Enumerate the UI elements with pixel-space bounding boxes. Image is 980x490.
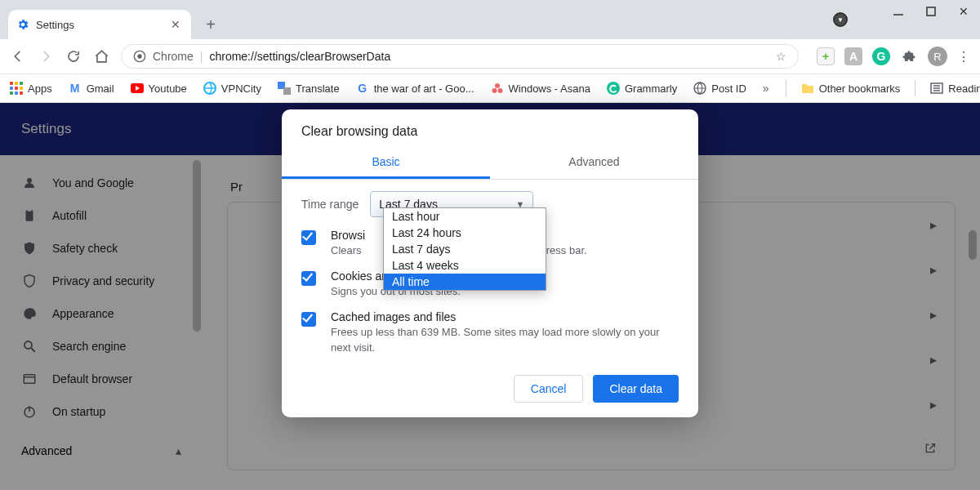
bookmark-item[interactable]: G the war of art - Goo...: [356, 82, 474, 95]
nav-back-icon[interactable]: [10, 48, 26, 65]
bookmark-label: Gmail: [87, 82, 114, 95]
check-row-cache: Cached images and files Frees up less th…: [282, 299, 698, 354]
tab-advanced[interactable]: Advanced: [490, 147, 698, 179]
bookmark-label: Reading list: [948, 82, 980, 95]
bookmark-label: Other bookmarks: [819, 82, 901, 95]
cancel-button[interactable]: Cancel: [514, 375, 584, 403]
url-origin-label: Chrome: [153, 50, 194, 63]
time-range-option[interactable]: Last hour: [384, 208, 546, 225]
bookmark-item[interactable]: VPNCity: [203, 82, 261, 95]
bookmarks-overflow-icon[interactable]: »: [763, 82, 769, 95]
address-bar[interactable]: Chrome | chrome://settings/clearBrowserD…: [121, 44, 799, 69]
checkbox-browsing-history[interactable]: [301, 230, 316, 245]
tab-title: Settings: [36, 19, 74, 31]
dialog-title: Clear browsing data: [282, 109, 698, 147]
new-tab-button[interactable]: +: [199, 13, 222, 36]
google-g-icon: G: [356, 82, 369, 95]
check-title: Cached images and files: [331, 310, 679, 323]
bookmark-label: Grammarly: [625, 82, 677, 95]
time-range-option[interactable]: Last 24 hours: [384, 225, 546, 241]
grammarly-icon: [607, 82, 620, 95]
gmail-icon: M: [69, 82, 82, 95]
reading-list-button[interactable]: Reading list: [930, 82, 980, 95]
asana-icon: [491, 82, 504, 95]
translate-icon: [278, 82, 291, 95]
time-range-option[interactable]: Last 4 weeks: [384, 257, 546, 274]
extensions-menu-icon[interactable]: [900, 47, 918, 65]
youtube-icon: [131, 82, 144, 95]
svg-point-10: [492, 88, 497, 93]
window-close-icon[interactable]: ✕: [957, 5, 970, 18]
bookmark-separator: [786, 80, 786, 96]
checkbox-cookies[interactable]: [301, 271, 316, 286]
browser-tab-active[interactable]: Settings ✕: [8, 10, 191, 39]
window-maximize-icon[interactable]: [924, 5, 938, 18]
window-titlebar: Settings ✕ + ✕: [0, 0, 980, 39]
extensions-group: + A G R ⋮: [817, 47, 970, 66]
home-icon[interactable]: [93, 48, 109, 65]
svg-rect-1: [927, 7, 935, 16]
time-range-option-highlighted[interactable]: All time: [384, 274, 546, 290]
nav-forward-icon[interactable]: [38, 48, 54, 65]
gear-icon: [16, 18, 29, 31]
bookmark-item[interactable]: Post ID: [693, 82, 746, 95]
url-divider: |: [200, 50, 203, 63]
checkbox-cache[interactable]: [301, 312, 316, 327]
bookmark-label: Post ID: [711, 82, 746, 95]
bookmark-item[interactable]: Youtube: [131, 82, 187, 95]
profile-indicator-icon[interactable]: [833, 12, 848, 27]
folder-icon: [801, 82, 814, 95]
bookmarks-bar: Apps M Gmail Youtube VPNCity Translate G…: [0, 74, 980, 103]
close-tab-icon[interactable]: ✕: [168, 17, 183, 32]
time-range-label: Time range: [301, 198, 359, 211]
reload-icon[interactable]: [65, 48, 82, 65]
bookmark-item[interactable]: Windows - Asana: [491, 82, 590, 95]
bookmark-label: Youtube: [149, 82, 187, 95]
browser-menu-icon[interactable]: ⋮: [957, 49, 970, 65]
svg-rect-8: [283, 87, 291, 95]
window-minimize-icon[interactable]: [892, 5, 905, 18]
bookmark-label: Windows - Asana: [509, 82, 590, 95]
time-range-option[interactable]: Last 7 days: [384, 241, 546, 257]
svg-point-9: [495, 83, 500, 88]
site-info-icon[interactable]: [133, 50, 146, 63]
bookmark-item[interactable]: M Gmail: [69, 82, 114, 95]
bookmark-label: VPNCity: [221, 82, 261, 95]
extension-icon[interactable]: A: [844, 47, 862, 65]
bookmark-separator: [915, 80, 915, 96]
time-range-dropdown: Last hour Last 24 hours Last 7 days Last…: [383, 207, 546, 291]
bookmark-item[interactable]: Translate: [278, 82, 340, 95]
bookmark-other[interactable]: Other bookmarks: [801, 82, 901, 95]
check-description: Frees up less than 639 MB. Some sites ma…: [331, 325, 679, 354]
bookmark-star-icon[interactable]: ☆: [776, 50, 786, 63]
clear-browsing-data-dialog: Clear browsing data Basic Advanced Time …: [282, 109, 698, 417]
bookmark-label: Translate: [296, 82, 340, 95]
svg-point-11: [497, 88, 502, 93]
url-path: chrome://settings/clearBrowserData: [209, 50, 390, 63]
extension-icon[interactable]: +: [817, 47, 835, 65]
bookmark-label: Apps: [28, 82, 52, 95]
vpncity-icon: [203, 82, 216, 95]
svg-point-3: [137, 54, 141, 58]
bookmark-item[interactable]: Grammarly: [607, 82, 677, 95]
globe-icon: [693, 82, 706, 95]
reading-list-icon: [930, 82, 943, 95]
browser-toolbar: Chrome | chrome://settings/clearBrowserD…: [0, 39, 980, 74]
extension-grammarly-icon[interactable]: G: [872, 47, 890, 65]
bookmark-label: the war of art - Goo...: [374, 82, 474, 95]
apps-grid-icon: [10, 82, 23, 95]
tab-basic[interactable]: Basic: [282, 147, 490, 179]
dialog-tabs: Basic Advanced: [282, 147, 698, 180]
profile-avatar[interactable]: R: [928, 47, 947, 66]
bookmark-apps[interactable]: Apps: [10, 82, 52, 95]
clear-data-button[interactable]: Clear data: [593, 375, 679, 403]
